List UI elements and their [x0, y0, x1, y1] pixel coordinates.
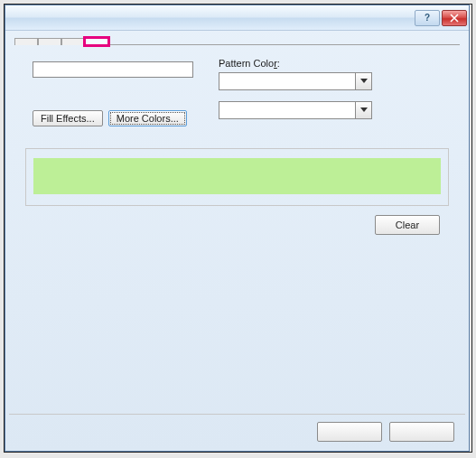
- fill-effects-label: ill Effects...: [47, 113, 95, 124]
- fill-effects-button[interactable]: Fill Effects...: [33, 110, 103, 126]
- ok-button[interactable]: [317, 422, 382, 442]
- fill-panel: Fill Effects... More Colors... Pattern C…: [14, 45, 460, 407]
- svg-text:?: ?: [425, 14, 430, 23]
- cancel-button[interactable]: [389, 422, 454, 442]
- chevron-down-icon: [355, 73, 371, 89]
- titlebar: ?: [5, 5, 469, 31]
- tab-number[interactable]: [14, 38, 38, 45]
- format-cells-dialog: ? Fill Effects...: [5, 5, 470, 452]
- more-colors-button[interactable]: More Colors...: [108, 110, 187, 126]
- help-button[interactable]: ?: [415, 10, 440, 26]
- tab-bar: [14, 38, 460, 45]
- tab-font[interactable]: [38, 38, 61, 45]
- pattern-color-combo[interactable]: [219, 72, 372, 90]
- dialog-buttons: [9, 414, 465, 451]
- sample-group: [25, 148, 449, 206]
- tab-border[interactable]: [61, 38, 85, 45]
- pattern-color-label: Pattern Color:: [219, 58, 449, 69]
- clear-button[interactable]: Clear: [375, 215, 440, 235]
- chevron-down-icon: [355, 102, 371, 118]
- more-colors-label: ore Colors...: [125, 113, 179, 124]
- close-button[interactable]: [442, 10, 467, 26]
- no-color-button[interactable]: [33, 61, 193, 78]
- sample-preview: [33, 158, 441, 194]
- tab-fill[interactable]: [85, 38, 108, 45]
- pattern-style-combo[interactable]: [219, 101, 372, 119]
